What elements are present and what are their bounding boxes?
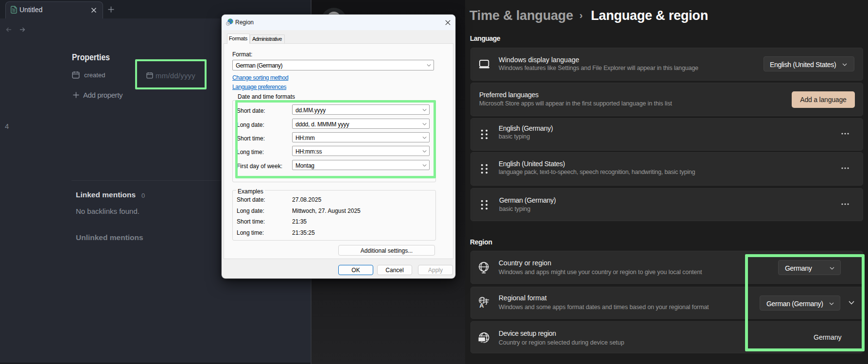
svg-text:A: A [480,302,484,308]
